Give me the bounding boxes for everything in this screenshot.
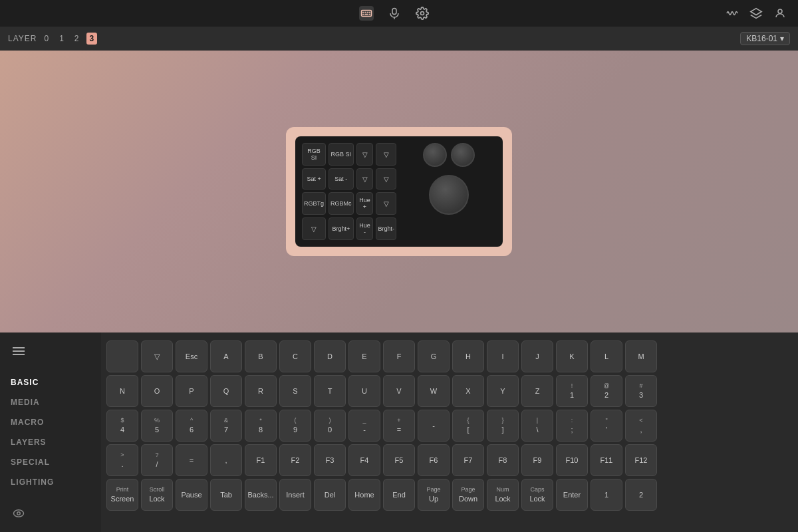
device-key-brght-minus[interactable]: Brght- (376, 217, 396, 240)
sidebar-item-basic[interactable]: BASIC (0, 372, 101, 392)
key-numpad-2[interactable]: 2 (625, 479, 657, 511)
key-6[interactable]: ^6 (176, 410, 207, 442)
key-tab[interactable]: Tab (210, 479, 242, 511)
key-x[interactable]: X (452, 375, 484, 407)
key-insert[interactable]: Insert (279, 479, 311, 511)
device-key-arrow-6[interactable]: ▽ (302, 217, 326, 240)
menu-icon[interactable] (5, 338, 32, 364)
key-n[interactable]: N (106, 375, 138, 407)
key-3[interactable]: #3 (625, 375, 657, 407)
key-l[interactable]: L (591, 340, 622, 372)
key-4[interactable]: $4 (106, 410, 138, 442)
device-key-brght-plus[interactable]: Brght+ (329, 217, 354, 240)
key-f8[interactable]: F8 (487, 444, 519, 476)
key-f4[interactable]: F4 (348, 444, 380, 476)
sidebar-item-macro[interactable]: MACRO (0, 412, 101, 432)
user-icon[interactable] (773, 6, 787, 21)
key-bracket-left[interactable]: {[ (452, 410, 484, 442)
key-esc[interactable]: Esc (176, 340, 207, 372)
layers-icon[interactable] (749, 6, 763, 21)
knob-small-2[interactable] (451, 143, 475, 167)
layer-3[interactable]: 3 (86, 33, 98, 45)
key-print-screen[interactable]: PrintScreen (106, 479, 138, 511)
layer-1[interactable]: 1 (56, 33, 67, 45)
key-enter[interactable]: Enter (556, 479, 588, 511)
key-page-down[interactable]: PageDown (452, 479, 484, 511)
device-key-arrow-5[interactable]: ▽ (376, 192, 396, 215)
key-f1[interactable]: F1 (245, 444, 277, 476)
key-1[interactable]: !1 (556, 375, 588, 407)
key-i[interactable]: I (487, 340, 519, 372)
device-key-hue-minus[interactable]: Hue - (356, 217, 374, 240)
key-y[interactable]: Y (487, 375, 519, 407)
key-k[interactable]: K (556, 340, 588, 372)
wave-icon[interactable] (725, 6, 739, 21)
key-o[interactable]: O (141, 375, 173, 407)
key-home[interactable]: Home (348, 479, 380, 511)
key-u[interactable]: U (348, 375, 380, 407)
device-key-rgb-si-1[interactable]: RGB SI (302, 143, 326, 166)
key-empty[interactable] (106, 340, 138, 372)
key-s[interactable]: S (279, 375, 311, 407)
key-m[interactable]: M (625, 340, 657, 372)
sidebar-item-special[interactable]: SPECIAL (0, 452, 101, 472)
key-end[interactable]: End (383, 479, 415, 511)
key-f12[interactable]: F12 (625, 444, 657, 476)
knob-small-1[interactable] (423, 143, 447, 167)
key-f3[interactable]: F3 (314, 444, 346, 476)
device-key-arrow-2[interactable]: ▽ (376, 143, 396, 166)
key-c[interactable]: C (279, 340, 311, 372)
key-dash2[interactable]: - (418, 410, 450, 442)
key-backslash[interactable]: |\ (521, 410, 553, 442)
microphone-icon[interactable] (387, 6, 402, 21)
key-f7[interactable]: F7 (452, 444, 484, 476)
key-f2[interactable]: F2 (279, 444, 311, 476)
key-equals2[interactable]: = (176, 444, 207, 476)
key-f6[interactable]: F6 (418, 444, 450, 476)
device-key-arrow-1[interactable]: ▽ (356, 143, 374, 166)
device-selector[interactable]: KB16-01 ▾ (740, 32, 790, 45)
key-9[interactable]: (9 (279, 410, 311, 442)
device-key-hue-plus[interactable]: Hue + (356, 192, 374, 215)
key-7[interactable]: &7 (210, 410, 242, 442)
key-h[interactable]: H (452, 340, 484, 372)
key-f5[interactable]: F5 (383, 444, 415, 476)
key-comma2[interactable]: , (210, 444, 242, 476)
device-key-arrow-4[interactable]: ▽ (376, 168, 396, 190)
key-v[interactable]: V (383, 375, 415, 407)
device-key-rgbtg[interactable]: RGBTg (302, 192, 326, 215)
key-page-up[interactable]: PageUp (418, 479, 450, 511)
key-comma[interactable]: <, (625, 410, 657, 442)
key-period[interactable]: >. (106, 444, 138, 476)
key-8[interactable]: *8 (245, 410, 277, 442)
key-b[interactable]: B (245, 340, 277, 372)
key-semicolon[interactable]: :; (556, 410, 588, 442)
device-key-sat-plus[interactable]: Sat + (302, 168, 326, 190)
key-q[interactable]: Q (210, 375, 242, 407)
key-f[interactable]: F (383, 340, 415, 372)
key-minus[interactable]: _- (348, 410, 380, 442)
key-z[interactable]: Z (521, 375, 553, 407)
key-scroll-lock[interactable]: ScrollLock (141, 479, 173, 511)
settings-icon[interactable] (415, 6, 430, 21)
device-key-sat-minus[interactable]: Sat - (329, 168, 354, 190)
key-slash[interactable]: ?/ (141, 444, 173, 476)
device-key-rgbmc[interactable]: RGBMc (329, 192, 354, 215)
key-a[interactable]: A (210, 340, 242, 372)
key-d[interactable]: D (314, 340, 346, 372)
key-caps-lock[interactable]: CapsLock (521, 479, 553, 511)
knob-large[interactable] (429, 175, 469, 215)
key-g[interactable]: G (418, 340, 450, 372)
layer-0[interactable]: 0 (41, 33, 52, 45)
key-f10[interactable]: F10 (556, 444, 588, 476)
sidebar-item-layers[interactable]: LAYERS (0, 432, 101, 452)
key-num-lock[interactable]: NumLock (487, 479, 519, 511)
device-key-rgb-si-2[interactable]: RGB SI (329, 143, 354, 166)
key-p[interactable]: P (176, 375, 207, 407)
key-f9[interactable]: F9 (521, 444, 553, 476)
keyboard-icon[interactable] (359, 6, 374, 21)
key-arrow-down[interactable]: ▽ (141, 340, 173, 372)
key-5[interactable]: %5 (141, 410, 173, 442)
key-2[interactable]: @2 (591, 375, 622, 407)
key-numpad-1[interactable]: 1 (591, 479, 622, 511)
